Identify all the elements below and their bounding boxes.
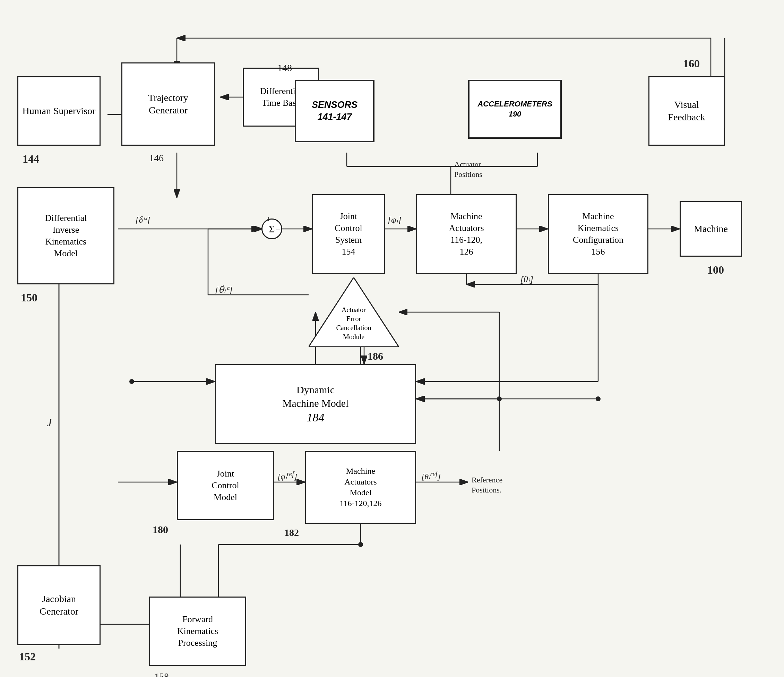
dynamic-machine-model-box: DynamicMachine Model184 xyxy=(215,364,416,444)
forward-kinematics-number: 158 xyxy=(154,671,169,677)
minus-label: − xyxy=(276,226,280,235)
human-supervisor-box: Human Supervisor xyxy=(17,76,101,146)
label-186: 186 xyxy=(367,350,383,362)
sensors-box: SENSORS141-147 xyxy=(295,80,375,142)
forward-kinematics-box: ForwardKinematicsProcessing xyxy=(149,596,246,666)
actuator-error-triangle: ActuatorErrorCancellationModule xyxy=(309,277,399,347)
jacobian-generator-box: JacobianGenerator xyxy=(17,565,101,645)
diagram-container: Human Supervisor 144 TrajectoryGenerator… xyxy=(0,0,784,677)
visual-feedback-box: VisualFeedback xyxy=(649,76,725,146)
theta-i-label: [θᵢ] xyxy=(520,274,533,285)
actuator-positions-label: ActuatorPositions xyxy=(454,160,482,179)
joint-control-model-number: 180 xyxy=(152,524,168,535)
machine-box: Machine xyxy=(680,201,742,257)
svg-point-48 xyxy=(497,397,502,401)
visual-feedback-number: 160 xyxy=(683,57,700,70)
diff-inv-kin-box: DifferentialInverseKinematicsModel xyxy=(17,187,114,285)
phi-ref-label: [φᵢref] xyxy=(277,470,297,481)
machine-actuators-model-box: MachineActuatorsModel116-120,126 xyxy=(305,451,416,524)
human-supervisor-number: 144 xyxy=(23,153,39,165)
phi-i-label: [φᵢ] xyxy=(388,214,401,225)
plus-label: + xyxy=(266,214,271,224)
machine-kinematics-box: MachineKinematicsConfiguration156 xyxy=(548,194,649,274)
theta-ref-label: [θᵢref] xyxy=(421,470,441,481)
j-label: J xyxy=(47,416,52,429)
svg-point-33 xyxy=(596,397,600,401)
diff-inv-kin-number: 150 xyxy=(21,291,37,304)
trajectory-generator-box: TrajectoryGenerator xyxy=(121,62,215,146)
reference-positions-label: ReferencePositions. xyxy=(471,475,502,495)
trajectory-number: 146 xyxy=(149,153,164,164)
machine-number: 100 xyxy=(707,264,724,276)
svg-point-29 xyxy=(129,379,134,384)
machine-actuators-model-number: 182 xyxy=(284,527,299,538)
theta-c-label: [θ̂ᵢᶜ] xyxy=(215,285,233,295)
svg-point-40 xyxy=(358,542,363,547)
joint-control-model-box: JointControlModel xyxy=(177,451,274,520)
delta-u-label: [δᵘ] xyxy=(135,214,150,225)
diff-time-base-number: 148 xyxy=(277,62,292,73)
accelerometers-box: ACCELEROMETERS190 xyxy=(468,80,562,139)
machine-actuators-box: MachineActuators116-120,126 xyxy=(416,194,516,274)
joint-control-system-box: JointControlSystem154 xyxy=(312,194,385,274)
jacobian-number: 152 xyxy=(19,650,36,663)
